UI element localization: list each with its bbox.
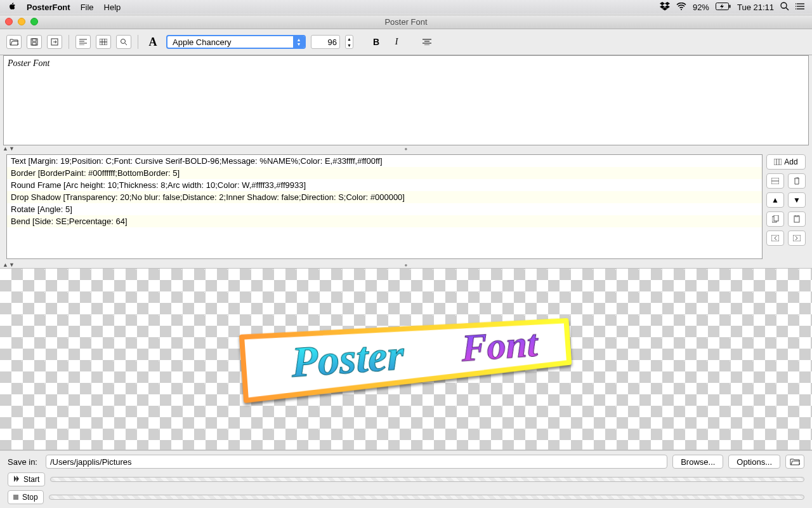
- stop-label: Stop: [22, 493, 38, 502]
- filter-side-panel: Add ▲ ▼: [766, 154, 806, 259]
- delete-filter-button[interactable]: [788, 173, 806, 189]
- svg-rect-12: [32, 39, 36, 41]
- stop-icon: [13, 495, 18, 500]
- toolbar: A Apple Chancery ▲▼ ▲▼ B I: [0, 29, 812, 55]
- stepper-up-icon[interactable]: ▲: [346, 36, 353, 42]
- text-align-button[interactable]: [419, 35, 435, 49]
- window-titlebar[interactable]: Poster Font: [0, 15, 812, 29]
- window-title: Poster Font: [384, 17, 427, 27]
- svg-point-3: [781, 3, 787, 8]
- italic-button[interactable]: I: [389, 35, 404, 49]
- filter-row[interactable]: Drop Shadow [Transparency: 20;No blur: f…: [7, 191, 762, 203]
- svg-point-0: [681, 9, 682, 10]
- open-button[interactable]: [6, 35, 22, 49]
- filters-panel: Text [Margin: 19;Position: C;Font: Cursi…: [0, 152, 812, 262]
- filters-list[interactable]: Text [Margin: 19;Position: C;Font: Cursi…: [6, 154, 763, 259]
- font-size-input[interactable]: [311, 35, 340, 49]
- window-minimize-button[interactable]: [18, 18, 25, 25]
- app-window: Poster Font A Apple Chancery ▲▼ ▲▼ B I P…: [0, 15, 812, 508]
- play-icon: [13, 475, 20, 484]
- toolbar-separator: [69, 35, 69, 49]
- save-in-label: Save in:: [8, 457, 41, 467]
- font-family-value: Apple Chancery: [173, 37, 232, 47]
- menu-file[interactable]: File: [81, 3, 94, 12]
- browse-button[interactable]: Browse...: [672, 455, 723, 469]
- battery-icon: [716, 3, 731, 12]
- start-progress: [50, 477, 804, 482]
- open-folder-button[interactable]: [785, 455, 804, 469]
- svg-point-8: [796, 3, 796, 4]
- spotlight-icon[interactable]: [780, 2, 789, 13]
- copy-filter-button[interactable]: [766, 211, 784, 227]
- zoom-button[interactable]: [116, 35, 131, 49]
- edit-filter-button[interactable]: [766, 173, 784, 189]
- filter-row[interactable]: Border [BorderPaint: #00ffffff;BottomBor…: [7, 167, 762, 179]
- stepper-down-icon[interactable]: ▼: [346, 42, 353, 48]
- svg-point-9: [796, 6, 796, 7]
- expand-left-button[interactable]: [766, 231, 784, 246]
- svg-rect-29: [774, 159, 782, 165]
- font-size-stepper[interactable]: ▲▼: [345, 35, 353, 49]
- expand-right-button[interactable]: [788, 231, 806, 246]
- bold-button[interactable]: B: [369, 35, 384, 49]
- start-button[interactable]: Start: [8, 472, 45, 486]
- menu-help[interactable]: Help: [104, 3, 121, 12]
- app-name[interactable]: PosterFont: [27, 3, 70, 12]
- paste-filter-button[interactable]: [788, 211, 806, 227]
- splitter-handle[interactable]: ▲ ▼ ●: [0, 262, 812, 268]
- apple-menu-icon[interactable]: [8, 2, 16, 13]
- export-button[interactable]: [47, 35, 62, 49]
- preview-poster: Poster Font: [241, 323, 571, 392]
- preview-word1: Poster: [290, 330, 405, 386]
- filter-row[interactable]: Rotate [Angle: 5]: [7, 203, 762, 215]
- collapse-down-icon[interactable]: ▼: [9, 145, 15, 152]
- stop-button[interactable]: Stop: [8, 490, 44, 504]
- add-filter-button[interactable]: Add: [766, 154, 806, 170]
- splitter-handle[interactable]: ▲ ▼ ●: [0, 145, 812, 152]
- align-left-button[interactable]: [75, 35, 91, 49]
- start-label: Start: [23, 475, 39, 484]
- svg-line-24: [125, 43, 127, 45]
- svg-point-10: [796, 8, 796, 10]
- macos-menubar: PosterFont File Help 92% Tue 21:11: [0, 0, 812, 14]
- grip-icon: ●: [405, 262, 408, 268]
- window-zoom-button[interactable]: [30, 18, 38, 25]
- wifi-icon[interactable]: [676, 3, 686, 12]
- svg-rect-38: [771, 235, 779, 241]
- save-path-input[interactable]: [46, 455, 667, 469]
- filter-row[interactable]: Text [Margin: 19;Position: C;Font: Cursi…: [7, 155, 762, 167]
- grid-button[interactable]: [96, 35, 111, 49]
- dropbox-icon[interactable]: [660, 2, 670, 13]
- move-up-button[interactable]: ▲: [766, 192, 784, 208]
- svg-line-4: [786, 8, 789, 10]
- stop-progress: [49, 495, 804, 500]
- preview-word2: Font: [460, 322, 539, 370]
- menu-extras-icon[interactable]: [796, 3, 804, 12]
- toolbar-separator: [138, 35, 138, 49]
- text-input-area[interactable]: Poster Font: [3, 55, 809, 145]
- battery-percent: 92%: [693, 3, 709, 12]
- clock[interactable]: Tue 21:11: [737, 3, 774, 12]
- options-button[interactable]: Options...: [728, 455, 780, 469]
- bottom-panel: Save in: Browse... Options... Start Stop: [0, 450, 812, 508]
- add-label: Add: [784, 157, 797, 166]
- font-family-select[interactable]: Apple Chancery ▲▼: [166, 35, 306, 49]
- svg-rect-2: [729, 4, 730, 8]
- svg-rect-35: [774, 215, 778, 221]
- filter-row[interactable]: Bend [Side: SE;Percentage: 64]: [7, 215, 762, 227]
- grip-icon: ●: [405, 146, 408, 152]
- svg-rect-39: [793, 235, 801, 241]
- svg-rect-13: [32, 43, 36, 45]
- move-down-button[interactable]: ▼: [788, 192, 806, 208]
- save-button[interactable]: [27, 35, 42, 49]
- preview-area: Poster Font: [0, 268, 812, 450]
- select-arrows-icon: ▲▼: [293, 36, 304, 48]
- window-close-button[interactable]: [5, 18, 13, 25]
- filter-row[interactable]: Round Frame [Arc height: 10;Thickness: 8…: [7, 179, 762, 191]
- collapse-up-icon[interactable]: ▲: [3, 145, 8, 152]
- svg-rect-37: [796, 215, 798, 217]
- font-indicator: A: [145, 34, 161, 50]
- collapse-down-icon[interactable]: ▼: [9, 262, 15, 268]
- svg-point-23: [121, 39, 126, 44]
- collapse-up-icon[interactable]: ▲: [3, 262, 8, 268]
